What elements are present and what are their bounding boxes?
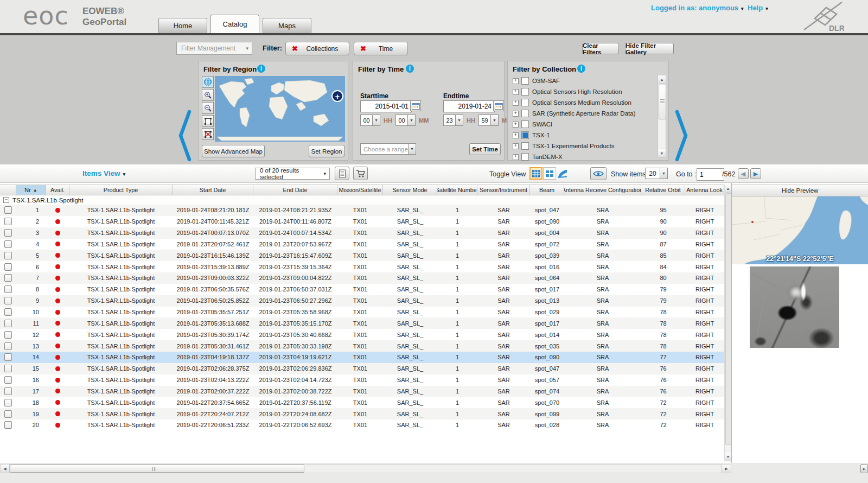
row-checkbox[interactable] — [4, 229, 12, 237]
report-button[interactable] — [335, 167, 349, 180]
table-row[interactable]: 3 TSX-1.SAR.L1b-Spotlight 2019-01-24T00:… — [0, 227, 724, 239]
tab-catalog[interactable]: Catalog — [210, 15, 259, 33]
row-checkbox[interactable] — [4, 410, 12, 418]
collection-checkbox[interactable] — [521, 99, 529, 106]
goto-page-input[interactable] — [697, 168, 724, 181]
column-header-mission[interactable]: Mission/Satellite — [337, 185, 383, 195]
collapse-icon[interactable]: − — [3, 197, 9, 203]
column-header-nr[interactable]: Nr▲ — [16, 185, 46, 195]
row-checkbox[interactable] — [4, 263, 12, 271]
row-checkbox[interactable] — [4, 331, 12, 339]
table-row[interactable]: 7 TSX-1.SAR.L1b-Spotlight 2019-01-23T09:… — [0, 272, 724, 284]
filter-chip-collections[interactable]: ✖ Collections — [285, 42, 349, 55]
row-checkbox[interactable] — [4, 421, 12, 429]
table-row[interactable]: 2 TSX-1.SAR.L1b-Spotlight 2019-01-24T00:… — [0, 216, 724, 227]
collection-item[interactable]: SWACI — [513, 119, 654, 130]
table-row[interactable]: 1 TSX-1.SAR.L1b-Spotlight 2019-01-24T08:… — [0, 205, 724, 216]
row-checkbox[interactable] — [4, 252, 12, 259]
map-expand-plus-button[interactable]: + — [331, 90, 343, 102]
remove-filter-icon[interactable]: ✖ — [360, 45, 366, 53]
expand-icon[interactable] — [513, 111, 519, 117]
table-row[interactable]: 11 TSX-1.SAR.L1b-Spotlight 2019-01-23T05… — [0, 317, 724, 329]
table-row[interactable]: 17 TSX-1.SAR.L1b-Spotlight 2019-01-23T02… — [0, 386, 724, 397]
chevron-down-icon[interactable]: ▾ — [372, 115, 380, 126]
column-header-sensor-mode[interactable]: Sensor Mode — [383, 185, 437, 195]
row-checkbox[interactable] — [4, 320, 12, 327]
collection-item[interactable]: Optical Sensors Medium Resolution — [513, 97, 654, 108]
column-header-start-date[interactable]: Start Date — [173, 185, 253, 195]
info-icon[interactable]: i — [577, 65, 585, 73]
choose-range-select[interactable]: Choose a range ▾ — [360, 143, 416, 155]
filter-management-select[interactable]: Filter Management ▾ — [176, 42, 252, 55]
info-icon[interactable]: i — [406, 65, 414, 73]
column-header-end-date[interactable]: End Date — [253, 185, 337, 195]
calendar-icon[interactable] — [410, 100, 421, 111]
chevron-down-icon[interactable]: ▾ — [407, 115, 416, 126]
group-row[interactable]: − TSX-1.SAR.L1b-Spotlight — [0, 195, 724, 205]
column-header-antenna-look[interactable]: Antenna Look — [685, 185, 724, 195]
endtime-date-input[interactable] — [443, 100, 495, 112]
results-selected-select[interactable]: 0 of 20 results selected ▾ — [255, 168, 330, 180]
table-row[interactable]: 6 TSX-1.SAR.L1b-Spotlight 2019-01-23T15:… — [0, 261, 724, 272]
table-row[interactable]: 15 TSX-1.SAR.L1b-Spotlight 2019-01-23T02… — [0, 363, 724, 374]
column-header-sensor-instrument[interactable]: Sensor/Instrument — [477, 185, 530, 195]
clear-filters-button[interactable]: Clear Filters — [582, 43, 619, 54]
column-header-antenna-receive[interactable]: Antenna Receive Configuration — [564, 185, 641, 195]
map-view-button[interactable] — [556, 167, 569, 180]
collection-item[interactable]: TanDEM-X — [513, 151, 654, 162]
scroll-down-icon[interactable]: ▼ — [658, 149, 666, 157]
row-checkbox[interactable] — [4, 218, 12, 225]
starttime-date-input[interactable] — [360, 100, 412, 112]
chevron-down-icon[interactable]: ▾ — [408, 143, 416, 155]
filter-chip-time[interactable]: ✖ Time — [354, 42, 408, 55]
row-checkbox[interactable] — [4, 285, 12, 293]
scroll-up-icon[interactable]: ▲ — [725, 185, 731, 193]
column-header-relative-orbit[interactable]: Relative Orbit — [641, 185, 685, 195]
table-row[interactable]: 12 TSX-1.SAR.L1b-Spotlight 2019-01-23T05… — [0, 329, 724, 340]
scrollbar-thumb[interactable] — [10, 465, 304, 473]
row-checkbox[interactable] — [4, 240, 12, 248]
table-row[interactable]: 19 TSX-1.SAR.L1b-Spotlight 2019-01-22T20… — [0, 408, 724, 420]
select-region-tool-icon[interactable] — [202, 115, 214, 127]
column-header-beam[interactable]: Beam — [530, 185, 564, 195]
row-checkbox[interactable] — [4, 342, 12, 350]
show-advanced-map-button[interactable]: Show Advanced Map — [202, 145, 265, 157]
chevron-down-icon[interactable]: ▾ — [660, 168, 668, 179]
collection-item[interactable]: TSX-1 — [513, 130, 654, 141]
scrollbar-thumb[interactable] — [659, 85, 666, 119]
row-checkbox[interactable] — [4, 353, 12, 361]
row-checkbox[interactable] — [4, 387, 12, 395]
logged-in-menu[interactable]: Logged in as: anonymous▾ — [651, 4, 744, 12]
region-world-map[interactable] — [215, 76, 345, 142]
hide-preview-button[interactable]: Hide Preview — [732, 185, 868, 196]
start-minute-select[interactable]: 00 ▾ — [395, 115, 416, 126]
set-time-button[interactable]: Set Time — [469, 143, 501, 155]
expand-icon[interactable] — [513, 122, 519, 128]
table-row[interactable]: 20 TSX-1.SAR.L1b-Spotlight 2019-01-22T20… — [0, 420, 724, 431]
scroll-down-icon[interactable]: ▼ — [725, 453, 731, 461]
table-row[interactable]: 16 TSX-1.SAR.L1b-Spotlight 2019-01-23T02… — [0, 374, 724, 386]
chevron-down-icon[interactable]: ▾ — [490, 115, 499, 126]
row-checkbox[interactable] — [4, 308, 12, 316]
row-checkbox[interactable] — [4, 399, 12, 406]
globe-tool-icon[interactable] — [202, 76, 214, 88]
table-row[interactable]: 4 TSX-1.SAR.L1b-Spotlight 2019-01-23T20:… — [0, 239, 724, 250]
gallery-scroll-right-chevron[interactable] — [674, 110, 688, 162]
expand-icon[interactable] — [513, 132, 519, 138]
row-checkbox[interactable] — [4, 274, 12, 282]
gallery-scroll-left-chevron[interactable] — [178, 110, 192, 162]
previous-page-button[interactable]: ◀ — [738, 168, 749, 179]
calendar-icon[interactable] — [493, 100, 504, 111]
table-row[interactable]: 5 TSX-1.SAR.L1b-Spotlight 2019-01-23T16:… — [0, 250, 724, 261]
collection-item[interactable]: TSX-1 Experimental Products — [513, 141, 654, 151]
collection-checkbox[interactable] — [521, 120, 529, 128]
collection-scrollbar[interactable]: ▲ ▼ — [658, 75, 666, 158]
expand-icon[interactable] — [513, 89, 519, 95]
table-row[interactable]: 9 TSX-1.SAR.L1b-Spotlight 2019-01-23T06:… — [0, 295, 724, 307]
collection-item[interactable]: O3M-SAF — [513, 75, 654, 86]
remove-filter-icon[interactable]: ✖ — [292, 45, 298, 53]
preview-eye-button[interactable] — [590, 167, 607, 180]
collection-checkbox[interactable] — [521, 110, 529, 117]
cart-button[interactable] — [353, 167, 368, 180]
collection-checkbox[interactable] — [521, 142, 529, 150]
